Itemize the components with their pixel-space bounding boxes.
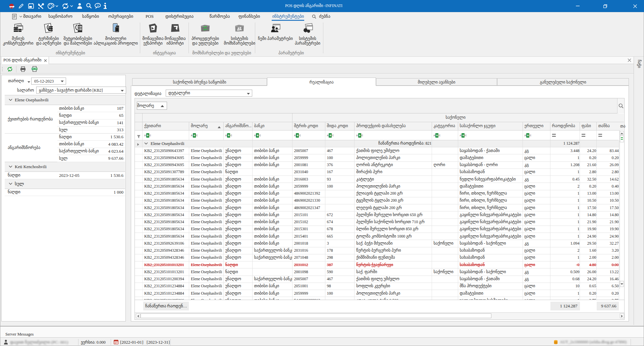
svg-text:XLSX: XLSX [32, 68, 37, 70]
svg-text:?: ? [97, 4, 99, 7]
